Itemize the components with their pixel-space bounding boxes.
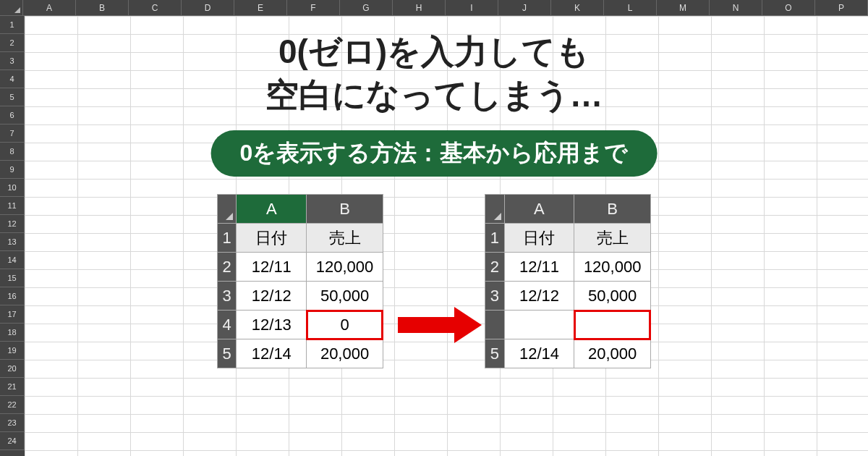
row-header[interactable]: 5 <box>0 88 25 106</box>
row-header[interactable]: 11 <box>0 197 25 215</box>
column-header[interactable]: F <box>287 0 340 16</box>
row-header[interactable]: 6 <box>0 106 25 124</box>
column-header[interactable]: B <box>76 0 129 16</box>
row-header[interactable]: 15 <box>0 269 25 287</box>
column-header[interactable]: A <box>23 0 76 16</box>
column-header[interactable]: D <box>182 0 234 16</box>
column-header[interactable]: O <box>762 0 815 16</box>
row-header[interactable]: 10 <box>0 179 25 197</box>
row-headers: 123456789101112131415161718192021222324 <box>0 16 25 456</box>
row-header[interactable]: 13 <box>0 233 25 251</box>
column-header[interactable]: P <box>815 0 868 16</box>
row-header[interactable]: 3 <box>0 52 25 70</box>
column-header[interactable]: L <box>604 0 657 16</box>
row-header[interactable]: 2 <box>0 34 25 52</box>
column-header[interactable]: E <box>234 0 287 16</box>
row-header[interactable]: 7 <box>0 124 25 143</box>
column-header[interactable]: C <box>129 0 182 16</box>
row-header[interactable]: 20 <box>0 360 25 378</box>
row-header[interactable]: 23 <box>0 414 25 432</box>
excel-background: ABCDEFGHIJKLMNOP 12345678910111213141516… <box>0 0 868 456</box>
row-header[interactable]: 19 <box>0 342 25 360</box>
select-all-corner[interactable] <box>0 0 23 16</box>
column-headers-row: ABCDEFGHIJKLMNOP <box>0 0 868 16</box>
column-header[interactable]: K <box>551 0 604 16</box>
row-header[interactable]: 9 <box>0 161 25 179</box>
column-header[interactable]: I <box>446 0 498 16</box>
row-header[interactable]: 1 <box>0 16 25 34</box>
column-header[interactable]: H <box>393 0 446 16</box>
row-header[interactable]: 21 <box>0 378 25 396</box>
row-header[interactable]: 22 <box>0 396 25 414</box>
cell-grid[interactable] <box>25 16 868 456</box>
row-header[interactable]: 12 <box>0 215 25 233</box>
row-header[interactable]: 14 <box>0 251 25 269</box>
row-header[interactable]: 4 <box>0 70 25 88</box>
row-header[interactable]: 17 <box>0 305 25 324</box>
column-header[interactable]: J <box>498 0 551 16</box>
row-header[interactable]: 8 <box>0 143 25 161</box>
column-header[interactable]: G <box>340 0 393 16</box>
column-header[interactable]: M <box>657 0 710 16</box>
row-header[interactable]: 16 <box>0 287 25 305</box>
row-header[interactable]: 18 <box>0 324 25 342</box>
column-header[interactable]: N <box>710 0 762 16</box>
row-header[interactable]: 24 <box>0 432 25 450</box>
